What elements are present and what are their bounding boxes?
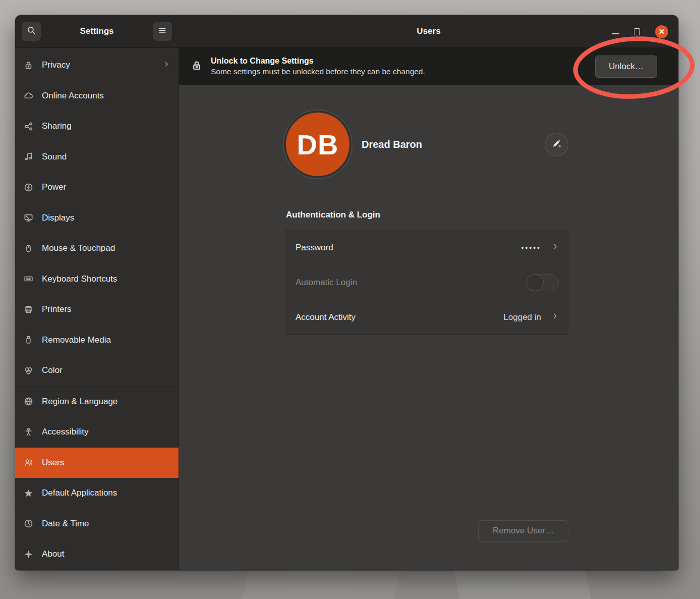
sidebar-item-region-language[interactable]: Region & Language: [15, 387, 179, 417]
maximize-icon: [634, 28, 640, 35]
sidebar-header: Settings: [15, 15, 179, 48]
remove-user-button[interactable]: Remove User…: [478, 520, 568, 541]
account-activity-row[interactable]: Account Activity Logged in: [286, 300, 568, 335]
sidebar-item-label: Sound: [42, 152, 67, 162]
lock-icon: [24, 61, 33, 70]
music-note-icon: [24, 152, 33, 161]
settings-window: Settings Privacy Onl: [15, 15, 678, 570]
sidebar-item-users[interactable]: Users: [15, 448, 179, 478]
chevron-right-icon: [551, 243, 559, 253]
sidebar-item-displays[interactable]: Displays: [15, 203, 179, 234]
hamburger-icon: [158, 26, 167, 37]
sidebar-item-label: Users: [42, 458, 64, 468]
color-circles-icon: [24, 366, 33, 375]
sidebar-item-sound[interactable]: Sound: [15, 142, 179, 173]
infobar-subtitle: Some settings must be unlocked before th…: [211, 67, 425, 77]
user-full-name: Dread Baron: [362, 139, 422, 150]
automatic-login-row-right: [527, 274, 559, 291]
sidebar-item-label: Online Accounts: [42, 91, 104, 101]
sidebar-item-label: Keyboard Shortcuts: [42, 274, 117, 284]
flash-drive-icon: [24, 335, 33, 345]
clock-icon: [24, 519, 33, 528]
sidebar-item-label: Default Applications: [42, 488, 117, 498]
keyboard-icon: [24, 274, 33, 284]
pencil-icon: [552, 138, 562, 150]
search-icon: [27, 26, 36, 37]
maximize-button[interactable]: [634, 28, 640, 35]
password-dots: •••••: [521, 244, 541, 252]
sidebar-item-removable-media[interactable]: Removable Media: [15, 325, 179, 356]
account-activity-row-right: Logged in: [503, 312, 559, 322]
automatic-login-row: Automatic Login: [286, 265, 568, 300]
sidebar-item-label: Power: [42, 182, 66, 192]
power-icon: [24, 183, 33, 192]
account-activity-value: Logged in: [503, 312, 541, 322]
chevron-right-icon: [163, 60, 170, 70]
auth-login-group: Password ••••• Automatic Login A: [286, 230, 568, 335]
lock-icon: [191, 60, 202, 73]
sidebar-item-label: Date & Time: [42, 519, 89, 529]
sidebar-item-sharing[interactable]: Sharing: [15, 111, 179, 142]
password-row[interactable]: Password •••••: [286, 230, 568, 265]
sidebar-item-label: Color: [42, 365, 63, 375]
infobar-title: Unlock to Change Settings: [211, 56, 425, 67]
sidebar-item-label: About: [42, 549, 64, 559]
sidebar-item-online-accounts[interactable]: Online Accounts: [15, 81, 179, 112]
password-row-right: •••••: [521, 243, 559, 253]
printer-icon: [24, 305, 33, 314]
edit-name-button[interactable]: [545, 133, 568, 156]
close-icon: ✕: [659, 27, 665, 36]
page-title: Users: [417, 26, 440, 36]
sidebar-item-printers[interactable]: Printers: [15, 294, 179, 325]
headerbar: Users ✕: [179, 15, 678, 48]
sidebar-item-about[interactable]: About: [15, 539, 179, 570]
sparkle-icon: [24, 550, 33, 559]
sidebar-item-label: Mouse & Touchpad: [42, 243, 115, 253]
section-heading: Authentication & Login: [286, 210, 380, 220]
unlock-infobar: Unlock to Change Settings Some settings …: [179, 48, 678, 85]
unlock-button[interactable]: Unlock…: [595, 56, 657, 78]
cloud-icon: [24, 91, 33, 100]
sidebar-item-label: Sharing: [42, 121, 72, 131]
sidebar-item-label: Accessibility: [42, 427, 89, 437]
users-panel: DB Dread Baron Authentication & Login Pa…: [179, 85, 678, 570]
sidebar-item-label: Displays: [42, 213, 74, 223]
search-button[interactable]: [22, 22, 41, 41]
infobar-text: Unlock to Change Settings Some settings …: [211, 56, 425, 77]
sidebar-item-keyboard-shortcuts[interactable]: Keyboard Shortcuts: [15, 264, 179, 295]
toggle-knob: [527, 274, 544, 291]
sidebar-item-label: Removable Media: [42, 335, 111, 345]
sidebar-item-power[interactable]: Power: [15, 172, 179, 203]
minimize-button[interactable]: [612, 29, 619, 34]
sidebar-item-accessibility[interactable]: Accessibility: [15, 417, 179, 448]
avatar: DB: [286, 113, 349, 176]
globe-icon: [24, 397, 33, 406]
desktop: { "sidebar": { "title": "Settings", "ite…: [0, 0, 700, 599]
sidebar-item-label: Printers: [42, 304, 72, 314]
automatic-login-toggle[interactable]: [527, 274, 559, 291]
accessibility-icon: [24, 427, 33, 437]
sidebar-item-label: Region & Language: [42, 397, 118, 407]
users-icon: [24, 458, 33, 467]
sidebar-item-default-applications[interactable]: Default Applications: [15, 478, 179, 509]
sidebar-item-label: Privacy: [42, 60, 70, 70]
sidebar-item-date-time[interactable]: Date & Time: [15, 509, 179, 539]
close-button[interactable]: ✕: [655, 25, 668, 38]
share-icon: [24, 122, 33, 131]
chevron-right-icon: [551, 312, 559, 322]
avatar-initials: DB: [297, 128, 339, 161]
sidebar-title: Settings: [80, 26, 113, 36]
minimize-icon: [612, 33, 619, 34]
window-controls: ✕: [612, 15, 668, 48]
account-activity-label: Account Activity: [296, 312, 356, 322]
password-label: Password: [296, 243, 333, 253]
menu-button[interactable]: [153, 22, 172, 41]
profile-row: DB Dread Baron: [286, 113, 568, 176]
sidebar-item-mouse-touchpad[interactable]: Mouse & Touchpad: [15, 233, 179, 264]
content-pane: Users ✕ Unlock to Change Settings Some s…: [179, 15, 678, 570]
sidebar-item-privacy[interactable]: Privacy: [15, 50, 179, 81]
display-icon: [24, 213, 33, 223]
mouse-icon: [24, 244, 33, 253]
sidebar-item-color[interactable]: Color: [15, 355, 179, 386]
star-icon: [24, 488, 33, 498]
